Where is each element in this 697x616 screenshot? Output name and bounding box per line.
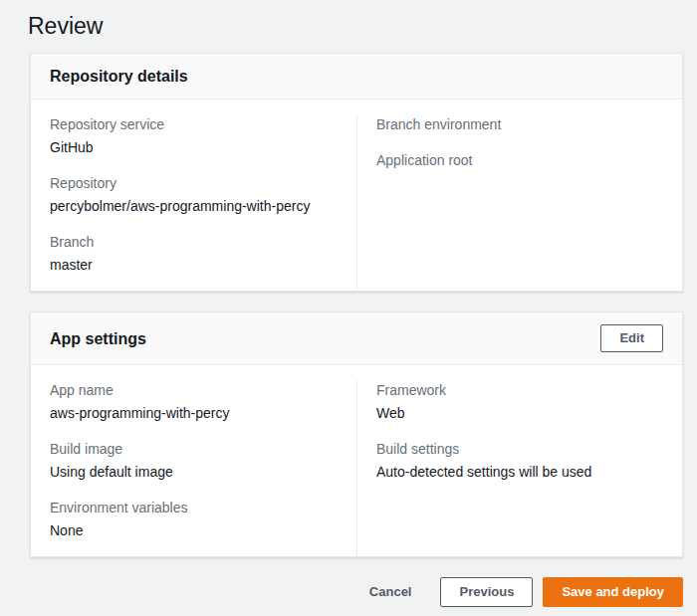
field-branch: Branch master (50, 232, 338, 275)
field-value: None (50, 520, 338, 540)
field-value: Auto-detected settings will be used (376, 462, 663, 482)
field-label: Repository service (50, 114, 338, 134)
field-value: master (50, 255, 338, 275)
page-title: Review (0, 0, 697, 53)
field-branch-environment: Branch environment (376, 114, 663, 134)
field-value: GitHub (50, 137, 338, 157)
app-settings-right-column: Framework Web Build settings Auto-detect… (356, 380, 682, 556)
app-settings-card-body: App name aws-programming-with-percy Buil… (31, 365, 682, 556)
app-settings-card-header: App settings Edit (31, 312, 682, 365)
repository-details-card-header: Repository details (31, 54, 682, 100)
app-settings-card-title: App settings (50, 328, 146, 349)
field-label: Build image (50, 439, 338, 459)
field-value: aws-programming-with-percy (50, 403, 338, 423)
app-settings-card: App settings Edit App name aws-programmi… (30, 311, 683, 557)
field-build-image: Build image Using default image (50, 439, 338, 482)
cancel-button[interactable]: Cancel (350, 577, 431, 607)
app-settings-left-column: App name aws-programming-with-percy Buil… (31, 380, 356, 556)
field-app-name: App name aws-programming-with-percy (50, 380, 338, 423)
field-value: Using default image (50, 462, 338, 482)
field-framework: Framework Web (376, 380, 663, 423)
field-build-settings: Build settings Auto-detected settings wi… (376, 439, 663, 482)
field-value: percybolmer/aws-programming-with-percy (50, 196, 338, 216)
field-label: Repository (50, 173, 338, 193)
repository-details-left-column: Repository service GitHub Repository per… (31, 114, 356, 291)
field-value: Web (376, 403, 663, 423)
edit-button[interactable]: Edit (600, 324, 663, 352)
field-label: Branch environment (376, 114, 663, 134)
repository-details-right-column: Branch environment Application root (356, 114, 682, 291)
footer-actions: Cancel Previous Save and deploy (30, 577, 683, 607)
field-label: Application root (376, 150, 663, 170)
field-environment-variables: Environment variables None (50, 498, 338, 540)
previous-button[interactable]: Previous (440, 577, 533, 607)
field-label: Branch (50, 232, 338, 252)
field-label: App name (50, 380, 338, 400)
repository-details-card-title: Repository details (50, 66, 188, 87)
repository-details-card-body: Repository service GitHub Repository per… (31, 100, 682, 291)
field-repository: Repository percybolmer/aws-programming-w… (50, 173, 338, 216)
field-application-root: Application root (376, 150, 663, 170)
field-label: Environment variables (50, 498, 338, 517)
field-label: Framework (376, 380, 663, 400)
field-repository-service: Repository service GitHub (50, 114, 338, 157)
field-label: Build settings (376, 439, 663, 459)
save-and-deploy-button[interactable]: Save and deploy (543, 577, 683, 607)
repository-details-card: Repository details Repository service Gi… (30, 53, 683, 292)
review-page: Review Repository details Repository ser… (0, 0, 697, 607)
